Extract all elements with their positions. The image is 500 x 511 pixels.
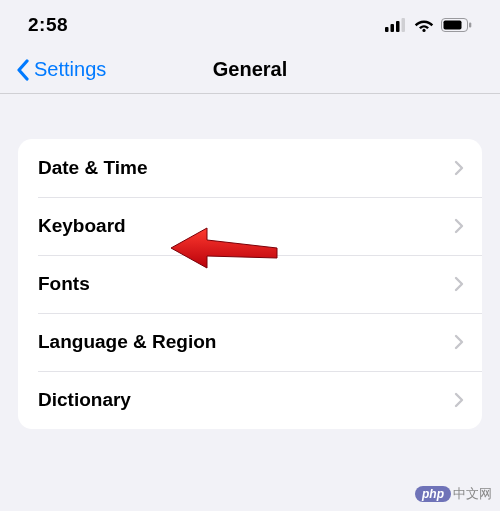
svg-rect-0 xyxy=(385,27,389,32)
watermark-badge: php xyxy=(415,486,451,502)
chevron-right-icon xyxy=(454,392,464,408)
status-indicators xyxy=(385,18,472,32)
status-bar: 2:58 xyxy=(0,0,500,46)
row-label: Date & Time xyxy=(38,157,147,179)
svg-point-4 xyxy=(422,29,425,32)
back-button[interactable]: Settings xyxy=(16,58,106,81)
row-label: Dictionary xyxy=(38,389,131,411)
watermark-text: 中文网 xyxy=(453,485,492,503)
settings-list: Date & Time Keyboard Fonts Language & Re… xyxy=(18,139,482,429)
row-date-time[interactable]: Date & Time xyxy=(18,139,482,197)
row-fonts[interactable]: Fonts xyxy=(18,255,482,313)
row-label: Keyboard xyxy=(38,215,126,237)
row-dictionary[interactable]: Dictionary xyxy=(18,371,482,429)
battery-icon xyxy=(441,18,472,32)
status-time: 2:58 xyxy=(28,14,68,36)
chevron-left-icon xyxy=(16,59,30,81)
row-label: Fonts xyxy=(38,273,90,295)
chevron-right-icon xyxy=(454,160,464,176)
svg-rect-1 xyxy=(391,24,395,32)
chevron-right-icon xyxy=(454,276,464,292)
chevron-right-icon xyxy=(454,218,464,234)
watermark: php 中文网 xyxy=(415,485,492,503)
svg-rect-6 xyxy=(444,21,462,30)
row-keyboard[interactable]: Keyboard xyxy=(18,197,482,255)
svg-rect-3 xyxy=(402,18,406,32)
row-label: Language & Region xyxy=(38,331,216,353)
cellular-icon xyxy=(385,18,407,32)
nav-bar: Settings General xyxy=(0,46,500,94)
chevron-right-icon xyxy=(454,334,464,350)
wifi-icon xyxy=(414,18,434,32)
row-language-region[interactable]: Language & Region xyxy=(18,313,482,371)
svg-rect-7 xyxy=(469,23,471,28)
content: Date & Time Keyboard Fonts Language & Re… xyxy=(0,94,500,429)
svg-rect-2 xyxy=(396,21,400,32)
back-label: Settings xyxy=(34,58,106,81)
